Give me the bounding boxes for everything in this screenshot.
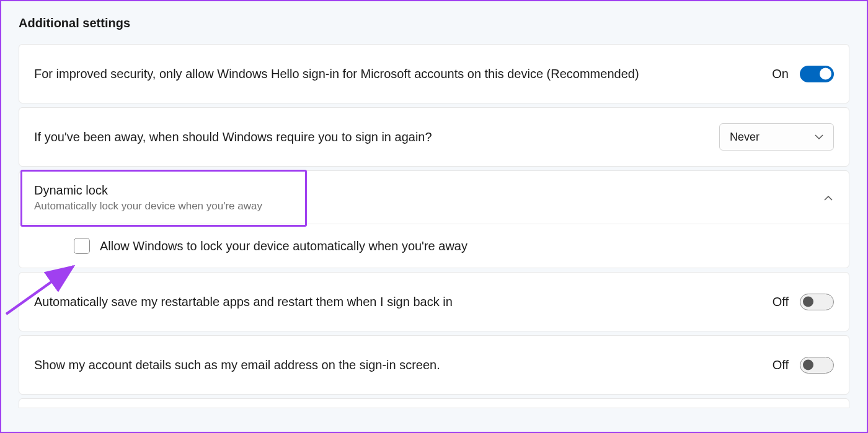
windows-hello-label: For improved security, only allow Window… bbox=[34, 67, 639, 81]
dynamic-lock-header[interactable]: Dynamic lock Automatically lock your dev… bbox=[19, 171, 849, 224]
dynamic-lock-subtitle: Automatically lock your device when you'… bbox=[34, 200, 262, 212]
restartable-apps-label: Automatically save my restartable apps a… bbox=[34, 295, 453, 309]
windows-hello-signin-row: For improved security, only allow Window… bbox=[19, 44, 849, 103]
require-signin-row: If you've been away, when should Windows… bbox=[19, 107, 849, 167]
require-signin-select[interactable]: Never bbox=[719, 123, 834, 151]
chevron-down-icon bbox=[815, 133, 823, 141]
windows-hello-state: On bbox=[772, 67, 789, 81]
section-title: Additional settings bbox=[19, 16, 849, 30]
show-account-details-toggle[interactable] bbox=[800, 357, 834, 374]
show-account-details-label: Show my account details such as my email… bbox=[34, 358, 440, 372]
dynamic-lock-title: Dynamic lock bbox=[34, 183, 262, 198]
restartable-apps-state: Off bbox=[773, 295, 789, 309]
show-account-details-state: Off bbox=[773, 358, 789, 372]
require-signin-value: Never bbox=[730, 131, 760, 144]
dynamic-lock-checkbox-label: Allow Windows to lock your device automa… bbox=[100, 239, 467, 253]
annotation-highlight-box bbox=[20, 170, 307, 227]
show-account-details-row: Show my account details such as my email… bbox=[19, 335, 849, 395]
restartable-apps-toggle[interactable] bbox=[800, 294, 834, 310]
require-signin-label: If you've been away, when should Windows… bbox=[34, 130, 432, 144]
chevron-up-icon bbox=[823, 193, 834, 204]
dynamic-lock-checkbox[interactable] bbox=[74, 238, 90, 254]
dynamic-lock-body: Allow Windows to lock your device automa… bbox=[19, 224, 849, 268]
restartable-apps-row: Automatically save my restartable apps a… bbox=[19, 272, 849, 331]
next-card-partial bbox=[19, 398, 849, 408]
dynamic-lock-card: Dynamic lock Automatically lock your dev… bbox=[19, 170, 849, 268]
windows-hello-toggle[interactable] bbox=[800, 66, 834, 82]
